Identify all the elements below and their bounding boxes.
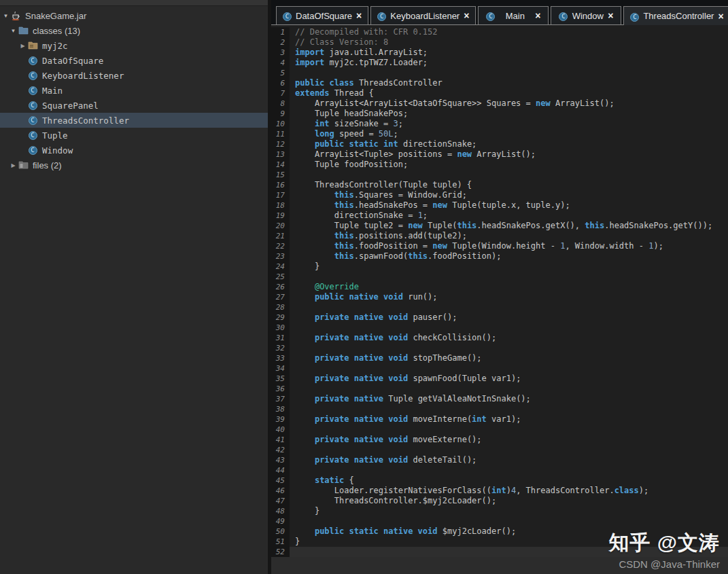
tab-dataofsquare[interactable]: CDataOfSquare× xyxy=(276,6,368,24)
code-line[interactable]: 46 Loader.registerNativesForClass((int)4… xyxy=(271,486,728,496)
line-number: 22 xyxy=(271,241,290,251)
tree-item-main[interactable]: CMain xyxy=(0,83,268,98)
code-text: private native void moveInterne(int var1… xyxy=(290,414,728,425)
code-line[interactable]: 44 xyxy=(271,465,728,476)
code-editor[interactable]: 1// Decompiled with: CFR 0.1522// Class … xyxy=(271,25,728,557)
tree-item-window[interactable]: CWindow xyxy=(0,143,268,158)
code-line[interactable]: 35 private native void spawnFood(Tuple v… xyxy=(271,374,728,384)
code-line[interactable]: 31 private native void checkCollision(); xyxy=(271,333,728,343)
code-line[interactable]: 47 ThreadsController.$myj2cLoader(); xyxy=(271,496,728,506)
code-line[interactable]: 22 this.foodPosition = new Tuple(Window.… xyxy=(271,241,728,251)
code-line[interactable]: 49 xyxy=(271,516,728,526)
chevron-right-icon[interactable]: ▶ xyxy=(18,43,27,49)
code-line[interactable]: 28 xyxy=(271,302,728,312)
code-line[interactable]: 11 long speed = 50L; xyxy=(271,129,728,139)
code-line[interactable]: 29 private native void pauser(); xyxy=(271,312,728,323)
code-line[interactable]: 5 xyxy=(271,68,728,78)
code-line[interactable]: 4import myj2c.tpTWZ7.Loader; xyxy=(271,58,728,68)
code-text: public static native void $myj2cLoader()… xyxy=(290,526,728,537)
tab-main[interactable]: CMain× xyxy=(478,6,549,24)
code-line[interactable]: 38 xyxy=(271,404,728,414)
tab-threadscontroller[interactable]: CThreadsController× xyxy=(623,6,728,25)
tab-window[interactable]: CWindow× xyxy=(551,6,621,24)
code-line[interactable]: 43 private native void deleteTail(); xyxy=(271,455,728,465)
line-number: 3 xyxy=(271,48,290,58)
line-number: 36 xyxy=(271,384,290,394)
code-line[interactable]: 50 public static native void $myj2cLoade… xyxy=(271,526,728,537)
code-line[interactable]: 36 xyxy=(271,384,728,394)
code-line[interactable]: 10 int sizeSnake = 3; xyxy=(271,119,728,129)
tab-close-icon[interactable]: × xyxy=(535,11,540,20)
code-line[interactable]: 17 this.Squares = Window.Grid; xyxy=(271,190,728,200)
code-line[interactable]: 6public class ThreadsController xyxy=(271,78,728,88)
code-text: static { xyxy=(290,476,728,486)
code-line[interactable]: 37 private native Tuple getValAleaNotInS… xyxy=(271,394,728,404)
tree-item-dataofsquare[interactable]: CDataOfSquare xyxy=(0,53,268,68)
code-text: } xyxy=(290,506,728,516)
code-line[interactable]: 1// Decompiled with: CFR 0.152 xyxy=(271,27,728,37)
line-number: 12 xyxy=(271,139,290,149)
code-text: Tuple headSnakePos; xyxy=(290,109,728,119)
code-line[interactable]: 16 ThreadsController(Tuple tuple) { xyxy=(271,180,728,190)
code-line[interactable]: 13 ArrayList<Tuple> positions = new Arra… xyxy=(271,149,728,160)
code-line[interactable]: 40 xyxy=(271,425,728,435)
tab-close-icon[interactable]: × xyxy=(718,12,723,21)
code-line[interactable]: 19 directionSnake = 1; xyxy=(271,211,728,221)
class-icon: C xyxy=(27,130,38,141)
chevron-right-icon[interactable]: ▶ xyxy=(9,162,18,168)
chevron-down-icon[interactable]: ▼ xyxy=(9,28,18,34)
tree-item-keyboardlistener[interactable]: CKeyboardListener xyxy=(0,68,268,83)
tree-item-classes-13[interactable]: ▼classes (13) xyxy=(0,23,268,38)
tab-close-icon[interactable]: × xyxy=(608,11,613,20)
tree-item-myj2c[interactable]: ▶myj2c xyxy=(0,38,268,53)
code-text: // Class Version: 8 xyxy=(290,37,728,48)
line-number: 34 xyxy=(271,363,290,374)
code-line[interactable]: 7extends Thread { xyxy=(271,88,728,98)
code-text: } xyxy=(290,537,728,547)
folder-tan-icon xyxy=(27,41,38,51)
code-line[interactable]: 30 xyxy=(271,323,728,333)
tab-close-icon[interactable]: × xyxy=(356,11,362,20)
code-line[interactable]: 3import java.util.ArrayList; xyxy=(271,48,728,58)
code-line[interactable]: 23 this.spawnFood(this.foodPosition); xyxy=(271,251,728,262)
class-icon: C xyxy=(559,10,568,21)
line-number: 46 xyxy=(271,486,290,496)
code-line[interactable]: 27 public native void run(); xyxy=(271,292,728,302)
tree-item-tuple[interactable]: CTuple xyxy=(0,128,268,143)
tree-item-files-2[interactable]: ▶files (2) xyxy=(0,158,268,173)
code-line[interactable]: 2// Class Version: 8 xyxy=(271,37,728,48)
code-line[interactable]: 9 Tuple headSnakePos; xyxy=(271,109,728,119)
code-line[interactable]: 52 xyxy=(271,547,728,557)
code-line[interactable]: 18 this.headSnakePos = new Tuple(tuple.x… xyxy=(271,200,728,211)
code-line[interactable]: 12 public static int directionSnake; xyxy=(271,139,728,149)
tree-item-label: DataOfSquare xyxy=(42,56,103,66)
tree-item-snakegame-jar[interactable]: ▼SnakeGame.jar xyxy=(0,8,268,23)
class-icon: C xyxy=(27,101,38,111)
code-line[interactable]: 42 xyxy=(271,445,728,455)
code-line[interactable]: 8 ArrayList<ArrayList<DataOfSquare>> Squ… xyxy=(271,98,728,109)
line-number: 31 xyxy=(271,333,290,343)
tab-keyboardlistener[interactable]: CKeyboardListener× xyxy=(370,6,476,24)
code-line[interactable]: 20 Tuple tuple2 = new Tuple(this.headSna… xyxy=(271,221,728,231)
code-line[interactable]: 41 private native void moveExterne(); xyxy=(271,435,728,445)
tree-item-squarepanel[interactable]: CSquarePanel xyxy=(0,98,268,113)
code-line[interactable]: 15 xyxy=(271,170,728,180)
code-line[interactable]: 21 this.positions.add(tuple2); xyxy=(271,231,728,241)
tree-item-threadscontroller[interactable]: CThreadsController xyxy=(0,113,268,128)
code-line[interactable]: 34 xyxy=(271,363,728,374)
code-line[interactable]: 39 private native void moveInterne(int v… xyxy=(271,414,728,425)
code-line[interactable]: 32 xyxy=(271,343,728,353)
panel-background xyxy=(271,557,728,574)
class-icon: C xyxy=(27,56,38,66)
tab-close-icon[interactable]: × xyxy=(464,11,469,20)
line-number: 38 xyxy=(271,404,290,414)
code-line[interactable]: 51} xyxy=(271,537,728,547)
code-line[interactable]: 24 } xyxy=(271,262,728,272)
code-line[interactable]: 45 static { xyxy=(271,476,728,486)
code-line[interactable]: 26 @Override xyxy=(271,282,728,292)
chevron-down-icon[interactable]: ▼ xyxy=(1,13,10,19)
code-line[interactable]: 25 xyxy=(271,272,728,282)
code-line[interactable]: 14 Tuple foodPosition; xyxy=(271,160,728,170)
code-line[interactable]: 48 } xyxy=(271,506,728,516)
code-line[interactable]: 33 private native void stopTheGame(); xyxy=(271,353,728,363)
